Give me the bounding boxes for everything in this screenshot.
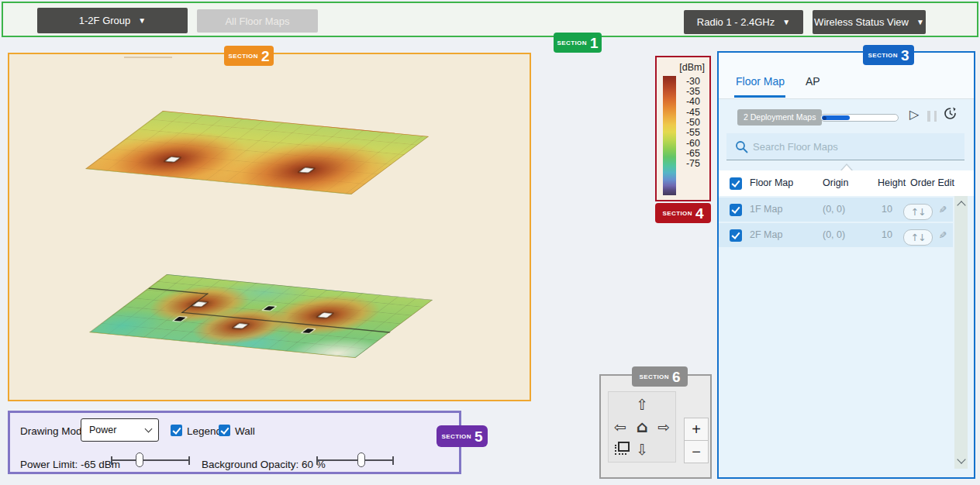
row-checkbox[interactable] (730, 204, 742, 216)
wall-line (148, 287, 209, 294)
pan-left-button[interactable]: ⇦ (610, 417, 630, 437)
refresh-history-icon[interactable] (943, 106, 958, 124)
edit-pencil-icon[interactable]: ✎ (939, 229, 947, 241)
table-row-1f-map[interactable]: 1F Map (0, 0) 10 ↑↓ ✎ (719, 198, 953, 222)
select-all-checkbox[interactable] (730, 177, 742, 190)
tab-ap[interactable]: AP (806, 75, 820, 88)
pause-icon[interactable] (927, 111, 937, 122)
section-2-badge: SECTION2 (224, 46, 274, 66)
scroll-up-icon[interactable] (957, 201, 965, 209)
slider-thumb[interactable] (136, 452, 143, 467)
legend-checkbox-label: Legend (187, 425, 222, 437)
ap-marker[interactable] (233, 323, 248, 328)
header-height: Height (878, 177, 906, 188)
legend-tick: -50 (686, 117, 700, 128)
map-artifact-line (124, 57, 172, 58)
background-opacity-label: Background Opacity: 60 % (202, 459, 326, 470)
legend-tick: -45 (686, 107, 700, 118)
wall-checkbox[interactable] (219, 425, 230, 436)
legend-tick: -35 (686, 86, 700, 97)
map-navigation-panel: ⇧ ⇦ ⌂ ⇨ ⇩ + − (599, 374, 712, 479)
top-toolbar: 1-2F Group ▼ All Floor Maps Radio 1 - 2.… (2, 2, 978, 37)
device-marker[interactable] (174, 317, 185, 322)
home-button[interactable]: ⌂ (632, 417, 652, 437)
group-select[interactable]: 1-2F Group ▼ (37, 8, 188, 33)
legend-tick: -40 (686, 96, 700, 107)
panel-scrollbar[interactable] (954, 196, 968, 469)
reorder-button[interactable]: ↑↓ (903, 204, 933, 220)
legend-tick: -65 (686, 148, 700, 159)
drawing-mode-select[interactable]: Power (81, 418, 159, 442)
device-marker[interactable] (264, 306, 275, 311)
zoom-out-button[interactable]: − (684, 440, 709, 463)
all-floor-maps-label: All Floor Maps (225, 15, 289, 27)
pan-right-button[interactable]: ⇨ (654, 417, 674, 437)
search-icon (735, 140, 748, 153)
section-1-badge: SECTION1 (554, 33, 602, 53)
legend-tick: -30 (686, 76, 700, 87)
row-origin: (0, 0) (823, 229, 845, 240)
progress-start-dot (823, 116, 826, 120)
search-input[interactable] (753, 138, 954, 155)
row-checkbox[interactable] (730, 229, 742, 242)
table-header-row: Floor Map Origin Height Order Edit (719, 170, 974, 196)
legend-tick: -55 (686, 127, 700, 138)
power-limit-slider[interactable] (111, 452, 190, 469)
wall-line (181, 312, 390, 333)
pan-down-button[interactable]: ⇩ (632, 439, 652, 459)
legend-tick: -60 (686, 138, 700, 149)
slider-track[interactable] (316, 459, 394, 461)
section-4-badge: SECTION4 (655, 203, 711, 223)
fit-view-icon (615, 445, 626, 455)
view-select[interactable]: Wireless Status View ▼ (813, 10, 926, 34)
section-5-badge: SECTION5 (437, 425, 488, 447)
background-opacity-slider[interactable] (316, 452, 394, 469)
legend-checkbox[interactable] (171, 425, 182, 436)
dbm-legend: [dBm] -30 -35 -40 -45 -50 -55 -60 -65 -7… (655, 56, 711, 201)
radio-select-label: Radio 1 - 2.4GHz (697, 16, 775, 28)
legend-tick: -75 (686, 158, 700, 169)
ap-marker[interactable] (164, 157, 180, 162)
all-floor-maps-button[interactable]: All Floor Maps (197, 9, 318, 33)
floor-map-panel: Floor Map AP 2 Deployment Maps ▷ Floor M… (717, 51, 975, 479)
play-icon[interactable]: ▷ (909, 107, 919, 122)
section-3-badge: SECTION3 (863, 45, 914, 65)
map-viewport[interactable] (8, 53, 531, 401)
floormap-1f-heatmap[interactable] (89, 274, 433, 358)
deployment-maps-badge: 2 Deployment Maps (737, 109, 822, 126)
wall-checkbox-label: Wall (235, 425, 255, 437)
search-box (726, 133, 964, 160)
chevron-down-icon (145, 425, 153, 433)
ap-marker[interactable] (298, 167, 314, 173)
device-marker[interactable] (302, 328, 314, 333)
slider-thumb[interactable] (357, 452, 365, 467)
group-select-label: 1-2F Group (79, 15, 130, 26)
reorder-button[interactable]: ↑↓ (903, 229, 933, 246)
pan-pad: ⇧ ⇦ ⌂ ⇨ ⇩ (608, 391, 676, 463)
scroll-down-icon[interactable] (957, 455, 965, 463)
zoom-buttons: + − (684, 418, 709, 463)
row-origin: (0, 0) (823, 204, 845, 215)
legend-gradient-bar (663, 76, 676, 195)
chevron-down-icon: ▼ (138, 16, 146, 25)
pan-up-button[interactable]: ⇧ (632, 394, 652, 414)
slider-track[interactable] (111, 459, 190, 461)
floormap-2f-heatmap[interactable] (85, 111, 429, 194)
view-select-label: Wireless Status View (814, 16, 909, 28)
header-origin: Origin (823, 177, 848, 188)
row-name: 1F Map (750, 204, 782, 215)
chevron-down-icon: ▼ (916, 18, 924, 26)
header-order-edit: Order Edit (910, 177, 954, 188)
zoom-in-button[interactable]: + (684, 418, 709, 441)
active-tab-underline (734, 95, 785, 98)
fit-view-button[interactable] (610, 439, 630, 459)
table-row-2f-map[interactable]: 2F Map (0, 0) 10 ↑↓ ✎ (719, 223, 953, 247)
row-name: 2F Map (750, 229, 782, 240)
deployment-progress-bar[interactable] (820, 114, 899, 122)
section-6-badge: SECTION6 (632, 366, 688, 387)
legend-title: [dBm] (679, 62, 705, 73)
ap-marker[interactable] (317, 312, 333, 318)
edit-pencil-icon[interactable]: ✎ (939, 204, 947, 215)
radio-select[interactable]: Radio 1 - 2.4GHz ▼ (684, 10, 803, 34)
tab-floor-map[interactable]: Floor Map (736, 75, 785, 88)
